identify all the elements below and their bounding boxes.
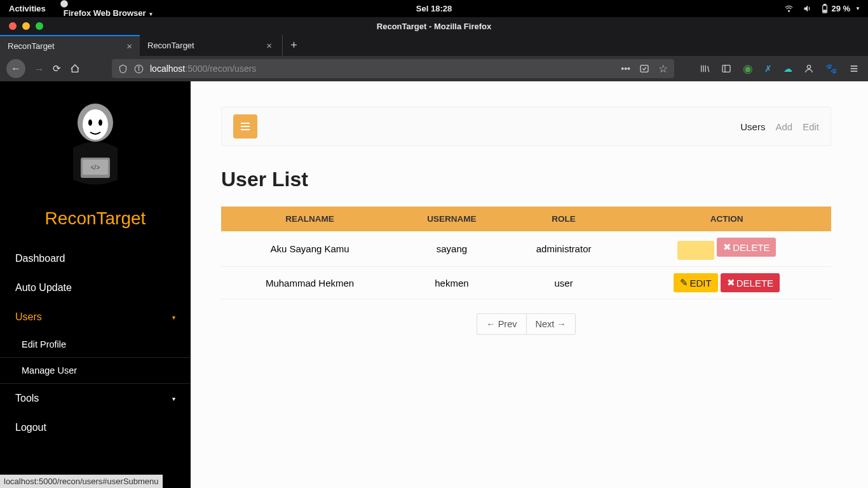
- delete-button: ✖DELETE: [717, 238, 776, 257]
- extension-icon[interactable]: ☁: [783, 64, 792, 74]
- menu-icon[interactable]: [849, 64, 859, 74]
- page-title: User List: [221, 168, 831, 191]
- table-row: Aku Sayang Kamu sayang administrator ✖DE…: [221, 231, 831, 267]
- window-close-button[interactable]: [9, 22, 17, 30]
- chevron-down-icon: ▼: [855, 6, 860, 11]
- window-title: ReconTarget - Mozilla Firefox: [377, 22, 491, 31]
- bookmark-star-icon[interactable]: ☆: [658, 62, 668, 76]
- browser-statusbar: localhost:5000/recon/users#userSubmenu: [0, 475, 163, 488]
- app-brand: ReconTarget: [0, 208, 191, 229]
- sidebar-item-tools[interactable]: Tools▾: [0, 384, 191, 413]
- col-role: ROLE: [505, 207, 623, 231]
- activities-button[interactable]: Activities: [9, 4, 46, 13]
- cell-username: sayang: [398, 231, 505, 267]
- back-button[interactable]: ←: [6, 59, 25, 78]
- edit-icon: ✎: [680, 277, 688, 288]
- table-row: Muhammad Hekmen hekmen user ✎EDIT ✖DELET…: [221, 267, 831, 299]
- extension-icon[interactable]: ✗: [764, 64, 772, 74]
- users-table: REALNAME USERNAME ROLE ACTION Aku Sayang…: [221, 207, 831, 299]
- url-bar[interactable]: localhost:5000/recon/users ••• ☆: [112, 59, 674, 78]
- sidebar-item-autoupdate[interactable]: Auto Update: [0, 273, 191, 302]
- svg-point-1: [789, 10, 790, 11]
- chevron-down-icon: ▾: [172, 395, 175, 402]
- browser-tab-strip: ReconTarget× ReconTarget× +: [0, 35, 868, 56]
- wifi-icon[interactable]: [784, 4, 794, 13]
- home-button[interactable]: [70, 64, 80, 74]
- app-menu[interactable]: Firefox Web Browser▼: [60, 0, 154, 18]
- col-action: ACTION: [622, 207, 831, 231]
- account-icon[interactable]: [804, 64, 814, 74]
- app-sidebar: </> ReconTarget Dashboard Auto Update Us…: [0, 81, 191, 488]
- window-minimize-button[interactable]: [22, 22, 30, 30]
- browser-toolbar: ← → ⟳ localhost:5000/recon/users ••• ☆ ◉…: [0, 56, 868, 81]
- close-tab-icon[interactable]: ×: [126, 41, 132, 51]
- tracking-protection-icon[interactable]: [639, 64, 649, 74]
- svg-rect-9: [722, 65, 730, 72]
- cell-role: administrator: [505, 231, 623, 267]
- svg-point-7: [139, 66, 139, 67]
- close-icon: ✖: [723, 241, 731, 253]
- edit-button: [677, 241, 714, 260]
- breadcrumb: Users Add Edit: [740, 121, 819, 132]
- chevron-down-icon: ▾: [172, 314, 175, 321]
- chevron-down-icon: ▼: [149, 11, 154, 17]
- svg-rect-4: [824, 10, 826, 12]
- page-actions-icon[interactable]: •••: [621, 64, 630, 74]
- delete-button[interactable]: ✖DELETE: [721, 273, 780, 292]
- gnome-top-bar: Activities Firefox Web Browser▼ Sel 18:2…: [0, 0, 868, 17]
- breadcrumb-add[interactable]: Add: [775, 121, 792, 132]
- close-icon: ✖: [727, 277, 735, 288]
- svg-rect-8: [641, 65, 648, 72]
- svg-rect-3: [824, 4, 826, 5]
- svg-point-17: [88, 119, 92, 126]
- pager-next[interactable]: Next →: [526, 313, 576, 335]
- col-realname: REALNAME: [221, 207, 398, 231]
- forward-button[interactable]: →: [34, 64, 44, 74]
- clock[interactable]: Sel 18:28: [416, 4, 452, 13]
- sidebar-subitem-edit-profile[interactable]: Edit Profile: [0, 332, 191, 358]
- library-icon[interactable]: [700, 64, 710, 74]
- main-content: Users Add Edit User List REALNAME USERNA…: [191, 81, 868, 488]
- sidebar-toggle-button[interactable]: [233, 114, 257, 139]
- svg-text:</>: </>: [91, 164, 100, 171]
- svg-point-0: [60, 0, 68, 8]
- breadcrumb-users[interactable]: Users: [740, 121, 765, 132]
- svg-point-11: [807, 65, 810, 69]
- shield-icon: [118, 64, 128, 74]
- firefox-icon: [60, 0, 69, 8]
- sidebar-item-users[interactable]: Users▾: [0, 302, 191, 332]
- sidebar-item-dashboard[interactable]: Dashboard: [0, 244, 191, 273]
- edit-button[interactable]: ✎EDIT: [674, 273, 717, 292]
- browser-tab[interactable]: ReconTarget×: [0, 35, 140, 56]
- new-tab-button[interactable]: +: [282, 35, 305, 56]
- pagination: ← Prev Next →: [221, 313, 831, 335]
- extension-icon[interactable]: ◉: [743, 62, 753, 76]
- svg-point-18: [98, 119, 102, 126]
- cell-username: hekmen: [398, 267, 505, 299]
- sidebar-subitem-manage-user[interactable]: Manage User: [0, 358, 191, 384]
- sidebar-icon[interactable]: [721, 64, 731, 74]
- browser-tab[interactable]: ReconTarget×: [140, 35, 280, 56]
- svg-point-16: [83, 109, 108, 140]
- app-logo: </>: [0, 81, 191, 196]
- volume-icon[interactable]: [803, 4, 812, 13]
- sidebar-item-logout[interactable]: Logout: [0, 413, 191, 442]
- extension-icon[interactable]: 🐾: [825, 63, 837, 74]
- reload-button[interactable]: ⟳: [53, 63, 61, 74]
- page-topbar: Users Add Edit: [221, 107, 831, 146]
- cell-realname: Aku Sayang Kamu: [221, 231, 398, 267]
- firefox-titlebar: ReconTarget - Mozilla Firefox: [0, 17, 868, 35]
- col-username: USERNAME: [398, 207, 505, 231]
- info-icon: [134, 64, 144, 74]
- close-tab-icon[interactable]: ×: [266, 40, 272, 51]
- cell-role: user: [505, 267, 623, 299]
- cell-realname: Muhammad Hekmen: [221, 267, 398, 299]
- window-maximize-button[interactable]: [36, 22, 43, 30]
- pager-prev[interactable]: ← Prev: [477, 313, 526, 335]
- breadcrumb-edit[interactable]: Edit: [803, 121, 819, 132]
- battery-indicator[interactable]: 29 %▼: [821, 4, 860, 13]
